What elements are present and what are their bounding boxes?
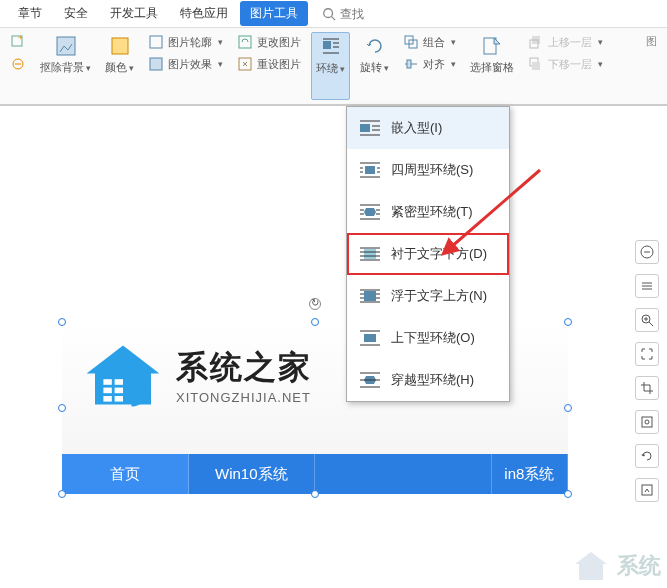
svg-rect-20: [407, 60, 411, 68]
house-icon: [80, 340, 166, 410]
logo: 系统之家 XITONGZHIJIA.NET: [80, 340, 312, 410]
svg-rect-31: [115, 396, 123, 402]
tab-section[interactable]: 章节: [8, 1, 52, 26]
tab-security[interactable]: 安全: [54, 1, 98, 26]
wrap-dropdown: 嵌入型(I) 四周型环绕(S) 紧密型环绕(T) 衬于文字下方(D) 浮于文字上…: [346, 106, 510, 402]
send-backward-button[interactable]: 下移一层: [524, 54, 607, 74]
color-label: 颜色: [105, 60, 134, 75]
rotate-label: 旋转: [360, 60, 389, 75]
resize-handle[interactable]: [58, 490, 66, 498]
svg-rect-7: [112, 38, 128, 54]
zoom-in-button[interactable]: [635, 308, 659, 332]
wrap-through[interactable]: 穿越型环绕(H): [347, 359, 509, 401]
logo-english: XITONGZHIJIA.NET: [176, 390, 312, 405]
tab-special[interactable]: 特色应用: [170, 1, 238, 26]
svg-rect-50: [364, 249, 376, 259]
tab-picture-tools[interactable]: 图片工具: [240, 1, 308, 26]
remove-bg-button[interactable]: 抠除背景: [36, 32, 95, 100]
picture-outline-button[interactable]: 图片轮廓: [144, 32, 227, 52]
effect-insert-button[interactable]: +: [6, 32, 30, 52]
svg-rect-9: [150, 58, 162, 70]
svg-rect-78: [642, 485, 652, 495]
svg-text:+: +: [18, 34, 23, 42]
search-input[interactable]: [340, 7, 400, 21]
svg-rect-29: [115, 388, 123, 394]
svg-point-77: [645, 420, 649, 424]
svg-rect-26: [103, 379, 111, 385]
svg-rect-12: [323, 41, 331, 49]
document-canvas[interactable]: 系统之家 XITONGZHIJIA.NET 首页 Win10系统 in8系统: [0, 106, 619, 588]
svg-point-0: [324, 8, 333, 17]
selection-pane-button[interactable]: 选择窗格: [466, 32, 518, 100]
wrap-front-text[interactable]: 浮于文字上方(N): [347, 275, 509, 317]
watermark: 系统: [571, 550, 661, 582]
svg-rect-37: [365, 166, 375, 174]
ribbon: + 抠除背景 颜色 图片轮廓 图片效果 更改图片 重设图片 环绕 旋转 组合 对…: [0, 28, 667, 106]
wrap-inline[interactable]: 嵌入型(I): [347, 107, 509, 149]
resize-handle[interactable]: [311, 318, 319, 326]
properties-button[interactable]: [635, 410, 659, 434]
wrap-square[interactable]: 四周型环绕(S): [347, 149, 509, 191]
svg-rect-8: [150, 36, 162, 48]
tab-devtools[interactable]: 开发工具: [100, 1, 168, 26]
svg-rect-28: [103, 388, 111, 394]
group-button[interactable]: 组合: [399, 32, 460, 52]
svg-rect-76: [642, 417, 652, 427]
resize-handle[interactable]: [311, 490, 319, 498]
svg-rect-25: [532, 62, 540, 70]
rotate-button[interactable]: 旋转: [356, 32, 393, 100]
svg-rect-6: [57, 37, 75, 55]
reset-picture-button[interactable]: 重设图片: [233, 54, 305, 74]
align-button[interactable]: 对齐: [399, 54, 460, 74]
svg-rect-32: [360, 124, 370, 132]
wrap-behind-text[interactable]: 衬于文字下方(D): [347, 233, 509, 275]
side-toolbar: [627, 240, 667, 502]
nav-win10: Win10系统: [189, 454, 316, 494]
change-picture-button[interactable]: 更改图片: [233, 32, 305, 52]
svg-rect-59: [364, 291, 376, 301]
color-button[interactable]: 颜色: [101, 32, 138, 100]
svg-line-73: [649, 322, 653, 326]
svg-line-1: [332, 16, 336, 20]
resize-handle[interactable]: [564, 318, 572, 326]
resize-handle[interactable]: [58, 318, 66, 326]
svg-rect-27: [115, 379, 123, 385]
nav-home: 首页: [62, 454, 189, 494]
replace-button[interactable]: [635, 478, 659, 502]
picture-effect-button[interactable]: 图片效果: [144, 54, 227, 74]
tab-picture-extra[interactable]: 图: [642, 32, 661, 100]
remove-bg-label: 抠除背景: [40, 60, 91, 75]
wrap-label: 环绕: [316, 61, 345, 76]
resize-handle[interactable]: [564, 490, 572, 498]
search-box[interactable]: [322, 7, 400, 21]
search-icon: [322, 7, 336, 21]
fit-button[interactable]: [635, 342, 659, 366]
svg-rect-61: [364, 334, 376, 342]
outline-view-button[interactable]: [635, 274, 659, 298]
image-navbar: 首页 Win10系统 in8系统: [62, 454, 568, 494]
rotate-tool-button[interactable]: [635, 444, 659, 468]
menu-tabbar: 章节 安全 开发工具 特色应用 图片工具: [0, 0, 667, 28]
resize-handle[interactable]: [58, 404, 66, 412]
selection-pane-label: 选择窗格: [470, 60, 514, 75]
wrap-top-bottom[interactable]: 上下型环绕(O): [347, 317, 509, 359]
bring-forward-button[interactable]: 上移一层: [524, 32, 607, 52]
svg-rect-30: [103, 396, 111, 402]
wrap-button[interactable]: 环绕: [311, 32, 350, 100]
zoom-out-button[interactable]: [635, 240, 659, 264]
logo-chinese: 系统之家: [176, 346, 312, 390]
effect-remove-button[interactable]: [6, 54, 30, 74]
crop-button[interactable]: [635, 376, 659, 400]
wrap-tight[interactable]: 紧密型环绕(T): [347, 191, 509, 233]
svg-rect-10: [239, 36, 251, 48]
resize-handle[interactable]: [564, 404, 572, 412]
rotate-handle[interactable]: [309, 298, 321, 310]
nav-win8: in8系统: [492, 454, 568, 494]
